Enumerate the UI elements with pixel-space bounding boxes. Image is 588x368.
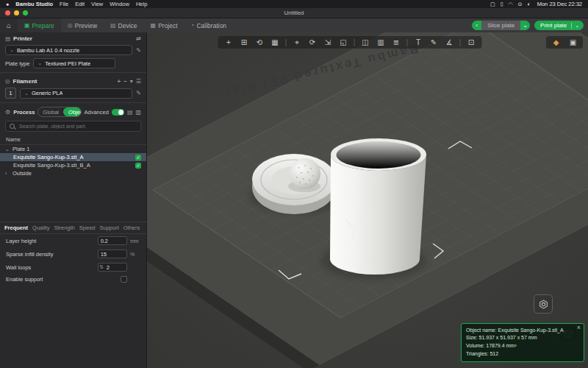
tab-calibration-label: Calibration (196, 22, 226, 29)
filament-settings-icon[interactable]: ☰ (136, 78, 141, 85)
apple-menu-icon[interactable]: ● (6, 1, 9, 7)
sync-icon[interactable]: ⇄ (136, 35, 141, 42)
arrange-icon[interactable]: ▦ (268, 37, 282, 48)
tree-row-object-a[interactable]: Exquisite Sango-Kup-3.stl_A ✓ (0, 153, 146, 161)
slice-options-caret[interactable]: ⌄ (520, 21, 530, 30)
svg-tool-icon[interactable]: ✎ (427, 37, 441, 48)
lay-flat-icon[interactable]: ◱ (337, 37, 351, 48)
scene-canvas[interactable]: Bambu Textured PEI Plate (147, 32, 588, 368)
filament-edit-icon[interactable]: ✎ (136, 90, 141, 96)
tab-prepare[interactable]: ▣ Prepare (18, 18, 61, 32)
viewport-toolbar-right: ◆▣ (546, 36, 583, 49)
text-tool-icon[interactable]: T (412, 37, 426, 48)
plate-type-label: Plate type (5, 60, 29, 67)
tab-project[interactable]: ▦ Project (144, 18, 184, 32)
layer-height-input[interactable] (98, 236, 127, 245)
param-tab-support[interactable]: Support (99, 224, 118, 231)
zoom-window-button[interactable] (23, 10, 28, 15)
main-area: ▤ Printer ⇄ ⌄ Bambu Lab A1 0.4 nozzle ✎ … (0, 32, 588, 368)
device-icon: ▤ (110, 22, 116, 29)
info-triangles: Triangles: 512 (466, 350, 573, 358)
toolbar-separator (407, 39, 408, 46)
scope-objects-button[interactable]: Objects (63, 107, 81, 116)
app-menu-title[interactable]: Bambu Studio (15, 1, 53, 7)
slice-plate-button[interactable]: Slice plate (481, 21, 520, 30)
menu-item-file[interactable]: File (60, 1, 68, 7)
infill-input[interactable] (98, 250, 127, 258)
plate-settings-button[interactable] (534, 294, 553, 314)
home-button[interactable]: ⌂ (0, 18, 18, 32)
enable-support-label: Enable support (6, 276, 118, 283)
model-cup[interactable] (330, 138, 426, 275)
tab-device[interactable]: ▤ Device (104, 18, 144, 32)
wifi-icon[interactable]: ◠ (508, 1, 512, 7)
menu-item-edit[interactable]: Edit (75, 1, 85, 7)
menu-item-window[interactable]: Window (110, 1, 129, 7)
menubar-clock[interactable]: Mon 23 Dec 22:32 (537, 1, 582, 7)
variable-layer-height-icon[interactable]: ≣ (390, 37, 404, 48)
param-tab-frequent[interactable]: Frequent (4, 224, 28, 231)
split-objects-icon[interactable]: ◫ (359, 37, 373, 48)
chevron-down-icon[interactable]: ⌄ (5, 146, 10, 152)
object-visible-checkbox[interactable]: ✓ (135, 163, 141, 169)
rotate-icon[interactable]: ⟳ (306, 37, 320, 48)
spotlight-search-icon[interactable]: ⊙ (518, 1, 523, 7)
plate-settings-icon[interactable]: ▣ (566, 37, 580, 48)
chevron-right-icon[interactable]: › (5, 171, 10, 176)
menu-item-view[interactable]: View (91, 1, 103, 7)
remove-filament-button[interactable]: − (123, 78, 127, 85)
param-tab-strength[interactable]: Strength (54, 224, 74, 231)
param-row-enable-support: Enable support (0, 274, 146, 285)
add-filament-button[interactable]: + (117, 78, 121, 85)
display-icon[interactable]: ▢ (490, 1, 495, 7)
move-icon[interactable]: ⌖ (290, 37, 304, 48)
close-icon[interactable]: × (577, 325, 581, 331)
scope-global-button[interactable]: Global (38, 109, 63, 116)
printer-edit-icon[interactable]: ✎ (136, 47, 141, 54)
param-tab-speed[interactable]: Speed (79, 224, 96, 231)
measure-icon[interactable]: ∡ (442, 37, 456, 48)
param-row-infill: Sparse infill density % (0, 247, 146, 261)
control-center-icon[interactable]: ◐ (527, 1, 530, 7)
expand-panel-icon[interactable]: ▥ (135, 109, 141, 116)
filament-select[interactable]: ⌄ Generic PLA (20, 88, 132, 99)
print-plate-button[interactable]: Print plate ⌄ (534, 21, 584, 30)
tree-row-plate-1[interactable]: ⌄ Plate 1 (0, 145, 146, 153)
battery-icon[interactable]: ▯ (501, 1, 503, 7)
process-row: ⚙ Process Global Objects Advanced ▤ ▥ (0, 105, 146, 118)
assembly-view-icon[interactable]: ◆ (549, 37, 563, 48)
viewport-3d[interactable]: Bambu Textured PEI Plate (147, 32, 588, 368)
param-tab-others[interactable]: Others (123, 224, 140, 231)
param-tab-quality[interactable]: Quality (32, 224, 49, 231)
plate-type-select[interactable]: ⌄ Textured PEI Plate (33, 58, 115, 68)
layer-height-label: Layer height (6, 238, 95, 244)
add-icon[interactable]: + (222, 37, 236, 48)
model-lid[interactable] (252, 154, 336, 214)
enable-support-checkbox[interactable] (121, 276, 127, 283)
flush-volumes-icon[interactable]: ▾ (130, 78, 133, 85)
object-visible-checkbox[interactable]: ✓ (135, 155, 141, 160)
close-window-button[interactable] (5, 10, 10, 15)
scale-icon[interactable]: ⇲ (321, 37, 335, 48)
tab-preview-label: Preview (75, 22, 97, 29)
param-panel-icon[interactable]: ▤ (127, 109, 133, 116)
search-input[interactable] (18, 123, 137, 130)
printer-select[interactable]: ⌄ Bambu Lab A1 0.4 nozzle (5, 45, 132, 55)
advanced-toggle[interactable] (112, 109, 124, 116)
tab-calibration[interactable]: ◔ Calibration (184, 18, 233, 32)
menu-item-help[interactable]: Help (136, 1, 147, 7)
stepper-arrows-icon[interactable]: ⇅ (99, 264, 104, 269)
print-options-caret[interactable]: ⌄ (571, 23, 582, 29)
lid-knob[interactable] (290, 158, 320, 189)
tree-row-object-b[interactable]: Exquisite Sango-Kup-3.stl_B_A ✓ (0, 161, 146, 169)
window-titlebar: Untitled (0, 8, 588, 18)
split-parts-icon[interactable]: ▥ (374, 37, 388, 48)
add-plate-icon[interactable]: ⊞ (237, 37, 251, 48)
prev-plate-arrow-button[interactable]: ‹ (472, 21, 481, 30)
filament-slot-badge[interactable]: 1 (5, 88, 16, 99)
assembly-icon[interactable]: ⊡ (465, 37, 478, 48)
tree-row-outside[interactable]: › Outside (0, 169, 146, 177)
tab-preview[interactable]: ◎ Preview (61, 18, 104, 32)
auto-orient-icon[interactable]: ⟲ (253, 37, 267, 48)
minimize-window-button[interactable] (14, 10, 19, 15)
